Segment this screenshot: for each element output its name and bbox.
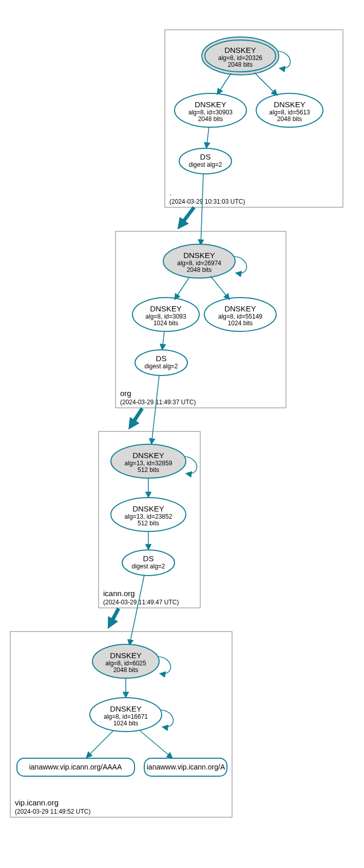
svg-text:ianawww.vip.icann.org/AAAA: ianawww.vip.icann.org/AAAA: [29, 763, 122, 771]
zone-org: org (2024-03-29 11:49:37 UTC) DNSKEY alg…: [116, 231, 286, 408]
svg-text:DNSKEY: DNSKEY: [132, 451, 164, 460]
svg-text:DNSKEY: DNSKEY: [224, 46, 256, 54]
svg-text:digest alg=2: digest alg=2: [131, 563, 165, 570]
edge-org-deleg-to-icann: [131, 408, 142, 426]
zone-root: . (2024-03-29 10:31:03 UTC) DNSKEY alg=8…: [165, 30, 343, 207]
svg-text:alg=8, id=3093: alg=8, id=3093: [145, 313, 186, 320]
svg-text:2048 bits: 2048 bits: [277, 115, 302, 123]
zone-root-label: .: [169, 188, 171, 197]
root-ksk-selfloop: [277, 51, 290, 68]
edge-org-ksk-to-zsk2: [210, 276, 229, 300]
icann-ksk-node: DNSKEY alg=13, id=32859 512 bits: [111, 444, 186, 478]
svg-text:DNSKEY: DNSKEY: [150, 304, 182, 313]
svg-text:alg=13, id=32859: alg=13, id=32859: [125, 460, 173, 467]
edge-icann-deleg-to-vip: [110, 608, 119, 625]
root-zsk2-node: DNSKEY alg=8, id=5613 2048 bits: [256, 93, 323, 127]
svg-text:digest alg=2: digest alg=2: [144, 363, 178, 370]
vip-rr-a: ianawww.vip.icann.org/A: [144, 758, 227, 776]
edge-root-deleg-to-org: [180, 207, 194, 226]
root-ds-node: DS digest alg=2: [179, 148, 232, 174]
svg-text:alg=8, id=55149: alg=8, id=55149: [218, 313, 262, 320]
svg-text:2048 bits: 2048 bits: [113, 666, 139, 674]
svg-text:alg=8, id=30903: alg=8, id=30903: [188, 109, 233, 116]
svg-text:alg=8, id=16671: alg=8, id=16671: [104, 713, 148, 720]
org-ksk-selfloop: [234, 257, 246, 273]
edge-root-ds-to-org-ksk: [201, 174, 203, 245]
edge-root-ksk-to-zsk1: [217, 73, 231, 94]
svg-text:alg=8, id=5613: alg=8, id=5613: [269, 109, 310, 116]
vip-ksk-selfloop: [158, 657, 170, 674]
dnssec-diagram: . (2024-03-29 10:31:03 UTC) DNSKEY alg=8…: [0, 0, 364, 868]
zone-icann: icann.org (2024-03-29 11:49:47 UTC) DNSK…: [99, 431, 200, 608]
svg-text:DNSKEY: DNSKEY: [183, 251, 215, 260]
svg-text:DS: DS: [200, 152, 211, 161]
root-zsk1-node: DNSKEY alg=8, id=30903 2048 bits: [175, 93, 246, 127]
zone-vip: vip.icann.org (2024-03-29 11:49:52 UTC) …: [10, 632, 232, 817]
svg-text:DNSKEY: DNSKEY: [274, 100, 305, 109]
svg-text:512 bits: 512 bits: [138, 466, 159, 474]
svg-text:1024 bits: 1024 bits: [113, 720, 139, 727]
edge-org-ksk-to-zsk1: [175, 277, 189, 300]
zone-vip-timestamp: (2024-03-29 11:49:52 UTC): [15, 808, 90, 815]
svg-text:1024 bits: 1024 bits: [154, 320, 179, 327]
svg-text:digest alg=2: digest alg=2: [188, 161, 222, 168]
svg-text:alg=8, id=6025: alg=8, id=6025: [105, 660, 146, 667]
vip-zsk-node: DNSKEY alg=8, id=16671 1024 bits: [90, 698, 162, 732]
org-zsk1-node: DNSKEY alg=8, id=3093 1024 bits: [132, 298, 199, 331]
svg-text:2048 bits: 2048 bits: [187, 266, 212, 273]
zone-icann-timestamp: (2024-03-29 11:49:47 UTC): [103, 599, 179, 606]
zone-icann-label: icann.org: [103, 589, 135, 598]
svg-text:DNSKEY: DNSKEY: [110, 651, 142, 660]
edge-root-zsk1-to-ds: [206, 127, 209, 148]
zone-org-timestamp: (2024-03-29 11:49:37 UTC): [120, 399, 196, 406]
svg-text:DNSKEY: DNSKEY: [195, 100, 226, 109]
vip-zsk-selfloop: [160, 710, 173, 727]
edge-icann-ds-to-vip-ksk: [129, 575, 144, 645]
zone-vip-label: vip.icann.org: [15, 798, 59, 807]
org-ds-node: DS digest alg=2: [135, 350, 187, 376]
edge-root-ksk-to-zsk2: [254, 72, 277, 95]
root-ksk-node: DNSKEY alg=8, id=20326 2048 bits: [202, 37, 279, 75]
svg-text:alg=8, id=26974: alg=8, id=26974: [177, 260, 221, 267]
edge-org-zsk1-to-ds: [162, 331, 164, 350]
edge-vip-zsk-to-a: [139, 730, 173, 758]
svg-text:1024 bits: 1024 bits: [228, 320, 253, 327]
edge-org-ds-to-icann-ksk: [151, 376, 159, 444]
vip-rr-aaaa: ianawww.vip.icann.org/AAAA: [17, 758, 135, 776]
edge-vip-zsk-to-aaaa: [86, 730, 114, 758]
svg-text:DS: DS: [143, 554, 154, 563]
zone-root-timestamp: (2024-03-29 10:31:03 UTC): [169, 198, 245, 205]
svg-text:alg=13, id=23852: alg=13, id=23852: [125, 513, 173, 520]
org-ksk-node: DNSKEY alg=8, id=26974 2048 bits: [163, 244, 235, 278]
svg-text:alg=8, id=20326: alg=8, id=20326: [218, 54, 262, 62]
svg-text:ianawww.vip.icann.org/A: ianawww.vip.icann.org/A: [147, 763, 225, 771]
svg-text:512 bits: 512 bits: [138, 520, 159, 527]
svg-text:DS: DS: [156, 354, 167, 363]
zone-org-label: org: [120, 389, 131, 398]
vip-ksk-node: DNSKEY alg=8, id=6025 2048 bits: [92, 644, 159, 678]
org-zsk2-node: DNSKEY alg=8, id=55149 1024 bits: [204, 298, 276, 331]
svg-text:DNSKEY: DNSKEY: [224, 304, 256, 313]
svg-text:2048 bits: 2048 bits: [228, 61, 253, 68]
svg-text:DNSKEY: DNSKEY: [132, 504, 164, 513]
svg-text:2048 bits: 2048 bits: [198, 115, 223, 123]
icann-ds-node: DS digest alg=2: [122, 550, 175, 576]
icann-zsk-node: DNSKEY alg=13, id=23852 512 bits: [111, 498, 186, 531]
svg-text:DNSKEY: DNSKEY: [110, 704, 142, 713]
